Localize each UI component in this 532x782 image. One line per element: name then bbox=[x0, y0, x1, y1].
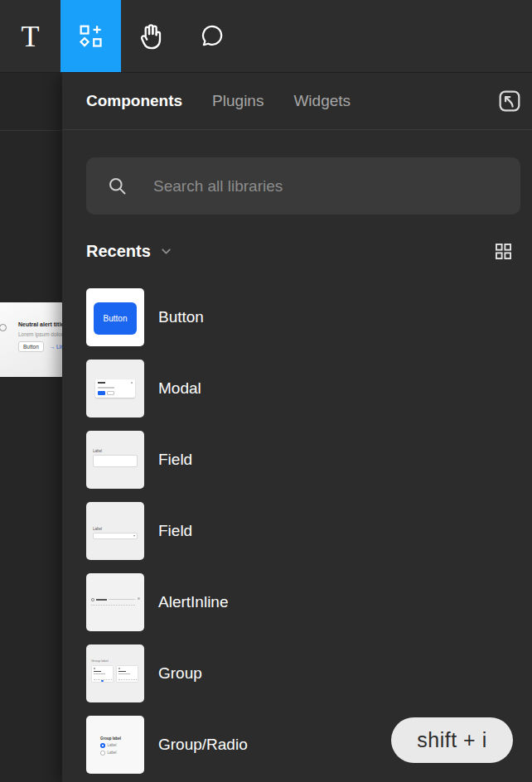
search-icon bbox=[106, 175, 128, 197]
components-panel: Components Plugins Widgets bbox=[62, 72, 532, 782]
list-item-label: Button bbox=[158, 308, 204, 326]
field-input-preview bbox=[93, 455, 138, 467]
text-tool-button[interactable]: T bbox=[0, 0, 60, 72]
list-item-modal[interactable]: Modal bbox=[86, 360, 532, 418]
section-row: Recents bbox=[86, 239, 514, 263]
field-input-preview bbox=[93, 533, 138, 539]
caret-icon bbox=[133, 535, 135, 537]
list-item-label: Group bbox=[158, 664, 202, 683]
shortcut-badge: shift + i bbox=[391, 717, 513, 763]
canvas-alert-preview: Neutral alert title Lorem ipsum dolor am… bbox=[0, 302, 62, 377]
field-thumbnail: Label bbox=[86, 431, 144, 489]
list-item-label: Field bbox=[158, 451, 192, 469]
field-label: Label bbox=[93, 449, 102, 453]
list-item-label: AlertInline bbox=[158, 593, 229, 611]
figma-app: T bbox=[0, 0, 532, 782]
group-label: Group label bbox=[91, 659, 109, 663]
field-thumbnail: Label bbox=[86, 502, 144, 560]
comment-tool-button[interactable] bbox=[181, 0, 242, 72]
panel-header: Components Plugins Widgets bbox=[62, 72, 532, 130]
tab-plugins[interactable]: Plugins bbox=[212, 92, 264, 110]
canvas-area[interactable]: Neutral alert title Lorem ipsum dolor am… bbox=[0, 72, 62, 782]
button-thumbnail: Button bbox=[86, 288, 144, 346]
search-input[interactable] bbox=[152, 176, 501, 196]
components-icon bbox=[77, 22, 105, 51]
chevron-down-icon bbox=[159, 244, 173, 258]
alert-button: Button bbox=[18, 341, 44, 352]
comment-icon bbox=[198, 22, 225, 50]
list-item-group[interactable]: Group label Group bbox=[86, 644, 532, 702]
recents-dropdown[interactable]: Recents bbox=[86, 242, 173, 261]
arrow-up-left-icon bbox=[496, 88, 523, 114]
group-radio-thumbnail: Group label Label Label bbox=[86, 716, 144, 774]
components-tool-button[interactable] bbox=[60, 0, 121, 72]
radio-unselected-icon bbox=[100, 751, 105, 755]
group-thumbnail: Group label bbox=[86, 644, 144, 702]
text-tool-icon: T bbox=[22, 22, 40, 51]
info-icon bbox=[0, 324, 7, 331]
search-bar[interactable] bbox=[86, 157, 520, 215]
alert-link: → Link text bbox=[50, 344, 62, 350]
alert-icon bbox=[91, 598, 94, 601]
toolbar: T bbox=[0, 0, 532, 73]
button-preview: Button bbox=[94, 302, 137, 335]
list-item-label: Group/Radio bbox=[158, 736, 248, 754]
grid-view-icon bbox=[493, 241, 514, 262]
list-item-alertinline[interactable]: AlertInline bbox=[86, 573, 532, 631]
modal-thumbnail bbox=[86, 360, 144, 418]
modal-preview bbox=[95, 379, 135, 398]
hand-tool-button[interactable] bbox=[121, 0, 181, 72]
hand-icon bbox=[136, 21, 167, 51]
field-label: Label bbox=[93, 527, 102, 531]
list-item-label: Modal bbox=[158, 379, 201, 398]
close-icon bbox=[138, 597, 140, 600]
list-item-label: Field bbox=[158, 522, 192, 540]
list-item-button[interactable]: Button Button bbox=[86, 288, 532, 346]
open-panel-button[interactable] bbox=[496, 88, 523, 114]
alert-title: Neutral alert title bbox=[18, 321, 62, 327]
alertinline-thumbnail bbox=[86, 573, 144, 631]
list-item-field-2[interactable]: Label Field bbox=[86, 502, 532, 560]
radio-group-label: Group label bbox=[100, 736, 121, 741]
tab-components[interactable]: Components bbox=[86, 92, 182, 110]
radio-selected-icon bbox=[100, 743, 105, 748]
recents-list: Button Button Modal Label Field bbox=[86, 288, 532, 774]
canvas-frame-edge bbox=[0, 130, 62, 131]
section-title: Recents bbox=[86, 242, 151, 261]
grid-view-toggle[interactable] bbox=[493, 241, 514, 262]
list-item-field[interactable]: Label Field bbox=[86, 431, 532, 489]
alert-body: Lorem ipsum dolor amet consec bbox=[18, 331, 62, 337]
tab-widgets[interactable]: Widgets bbox=[293, 92, 351, 110]
